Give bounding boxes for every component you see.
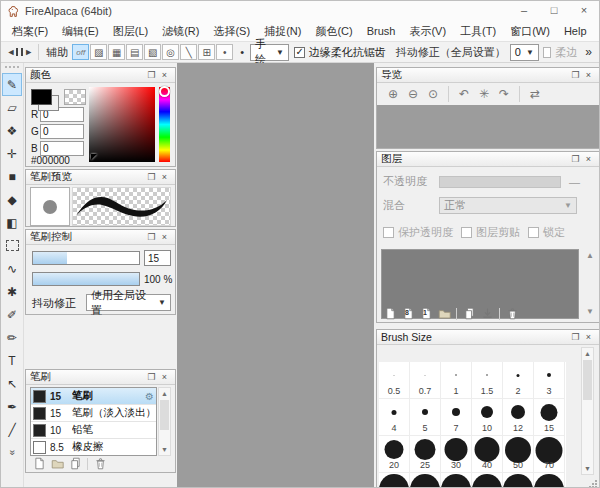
rotate-right-button[interactable]: ↷ bbox=[494, 85, 514, 103]
brush-size-cell[interactable]: 20 bbox=[379, 436, 410, 473]
brush-size-cell[interactable]: 3 bbox=[534, 362, 565, 399]
close-panel-icon[interactable]: × bbox=[158, 231, 171, 244]
navigator-preview[interactable] bbox=[377, 105, 599, 148]
brush-size-cell[interactable]: 10 bbox=[472, 399, 503, 436]
scrollbar-thumb[interactable] bbox=[160, 400, 169, 430]
stabilizer-mode-select[interactable]: 使用全局设置▼ bbox=[86, 294, 171, 311]
dot-pen-tool[interactable]: ❖ bbox=[2, 119, 22, 142]
foreground-color-swatch[interactable] bbox=[31, 89, 52, 105]
eraser-tool[interactable]: ▱ bbox=[2, 96, 22, 119]
layer-opacity-slider[interactable] bbox=[439, 176, 561, 188]
assist-curve-button[interactable]: ╲ bbox=[180, 44, 197, 60]
merge-down-layer-button[interactable] bbox=[478, 306, 496, 321]
pen-tool[interactable]: ✎ bbox=[2, 73, 22, 96]
new-layer-folder-button[interactable] bbox=[435, 306, 453, 321]
brush-size-cell[interactable]: 7 bbox=[441, 399, 472, 436]
brush-size-cell[interactable]: 0.7 bbox=[410, 362, 441, 399]
brush-size-cell[interactable]: 25 bbox=[410, 436, 441, 473]
float-panel-icon[interactable]: ❐ bbox=[145, 69, 158, 82]
blend-mode-select[interactable]: 正常▼ bbox=[439, 197, 577, 214]
assist-horizontal-button[interactable]: ▤ bbox=[126, 44, 143, 60]
brush-size-cell[interactable] bbox=[441, 473, 472, 488]
assist-grid-button[interactable]: ▦ bbox=[108, 44, 125, 60]
menu-item-3[interactable]: 滤镜(R) bbox=[155, 21, 206, 41]
float-panel-icon[interactable]: ❐ bbox=[569, 153, 582, 166]
brush-size-cell[interactable] bbox=[379, 473, 410, 488]
canvas-area[interactable] bbox=[177, 63, 374, 488]
move-tool[interactable]: ✛ bbox=[2, 142, 22, 165]
rotate-reset-button[interactable]: ✳ bbox=[474, 85, 494, 103]
pen2-tool[interactable]: ✒ bbox=[2, 395, 22, 418]
scroll-down-icon[interactable]: ▼ bbox=[582, 463, 593, 474]
assist-off-button[interactable]: off bbox=[72, 44, 89, 60]
assist-perspective-button[interactable]: ⊞ bbox=[198, 44, 215, 60]
menu-item-6[interactable]: 颜色(C) bbox=[308, 21, 359, 41]
duplicate-layer-button[interactable] bbox=[460, 306, 478, 321]
assist-parallel-button[interactable]: ▨ bbox=[90, 44, 107, 60]
brush-size-cell[interactable] bbox=[534, 473, 565, 488]
scroll-up-icon[interactable]: ▲ bbox=[586, 251, 594, 260]
operation-tool[interactable]: ↖ bbox=[2, 372, 22, 395]
assist-dot-button[interactable]: • bbox=[216, 44, 233, 60]
gear-icon[interactable]: ⚙ bbox=[145, 391, 154, 402]
shape-brush-tool[interactable]: ■ bbox=[2, 165, 22, 188]
resize-grip[interactable] bbox=[589, 480, 597, 488]
scroll-up-icon[interactable]: ▲ bbox=[582, 348, 593, 359]
brush-list-scrollbar[interactable]: ▲ ▼ bbox=[158, 387, 171, 456]
float-panel-icon[interactable]: ❐ bbox=[145, 371, 158, 384]
close-panel-icon[interactable]: × bbox=[158, 69, 171, 82]
bucket-tool[interactable]: ◆ bbox=[2, 188, 22, 211]
add-brush-button[interactable] bbox=[30, 456, 48, 471]
scroll-down-icon[interactable]: ▼ bbox=[159, 444, 170, 455]
menu-item-8[interactable]: 表示(V) bbox=[402, 21, 453, 41]
brush-size-cell[interactable]: 40 bbox=[472, 436, 503, 473]
lock-checkbox[interactable] bbox=[528, 227, 539, 238]
float-panel-icon[interactable]: ❐ bbox=[145, 171, 158, 184]
select-rect-tool[interactable] bbox=[2, 234, 22, 257]
new-1bit-layer-button[interactable]: 1 bbox=[417, 306, 435, 321]
menu-item-10[interactable]: 窗口(W) bbox=[503, 21, 557, 41]
hue-bar[interactable] bbox=[159, 87, 170, 162]
zoom-out-button[interactable]: ⊖ bbox=[403, 85, 423, 103]
brush-size-cell[interactable]: 2 bbox=[503, 362, 534, 399]
brush-size-cell[interactable] bbox=[472, 473, 503, 488]
close-panel-icon[interactable]: × bbox=[582, 331, 595, 344]
soft-edge-checkbox[interactable] bbox=[543, 47, 551, 58]
protect-alpha-checkbox[interactable] bbox=[383, 227, 394, 238]
brush-size-slider[interactable] bbox=[32, 251, 140, 265]
delete-layer-button[interactable] bbox=[503, 306, 521, 321]
brush-size-scrollbar[interactable]: ▲ ▼ bbox=[581, 347, 594, 475]
transparent-color-swatch[interactable] bbox=[64, 89, 86, 105]
close-panel-icon[interactable]: × bbox=[158, 171, 171, 184]
prev-button[interactable]: ◄ bbox=[6, 44, 20, 61]
antialias-checkbox[interactable]: ✓ bbox=[294, 47, 304, 58]
brush-size-cell[interactable]: 30 bbox=[441, 436, 472, 473]
brush-size-cell[interactable]: 12 bbox=[503, 399, 534, 436]
scrollbar-thumb[interactable] bbox=[583, 360, 592, 400]
menu-item-4[interactable]: 选择(S) bbox=[206, 21, 257, 41]
brush-size-cell[interactable]: 50 bbox=[503, 436, 534, 473]
menu-item-11[interactable]: Help bbox=[557, 21, 594, 41]
draw-mode-select[interactable]: 手绘▼ bbox=[250, 44, 289, 61]
saturation-value-picker[interactable] bbox=[89, 87, 155, 162]
maximize-button[interactable]: □ bbox=[539, 1, 569, 21]
toolbar-drag-handle[interactable] bbox=[5, 66, 19, 71]
brush-opacity-slider[interactable] bbox=[32, 272, 140, 286]
select-pen-tool[interactable]: ✐ bbox=[2, 303, 22, 326]
assist-concentric-button[interactable]: ◎ bbox=[162, 44, 179, 60]
brush-size-cell[interactable]: 4 bbox=[379, 399, 410, 436]
toolbar-overflow-button[interactable]: » bbox=[585, 45, 599, 59]
new-layer-button[interactable] bbox=[381, 306, 399, 321]
clipping-checkbox[interactable] bbox=[461, 227, 472, 238]
lasso-tool[interactable]: ∿ bbox=[2, 257, 22, 280]
text-tool[interactable]: T bbox=[2, 349, 22, 372]
float-panel-icon[interactable]: ❐ bbox=[569, 331, 582, 344]
brush-size-cell[interactable]: 1.5 bbox=[472, 362, 503, 399]
brush-size-value[interactable]: 15 bbox=[144, 250, 171, 266]
menu-item-9[interactable]: 工具(T) bbox=[453, 21, 503, 41]
brush-list-item[interactable]: 10铅笔 bbox=[31, 422, 156, 439]
magic-wand-tool[interactable]: ✱ bbox=[2, 280, 22, 303]
zoom-in-button[interactable]: ⊕ bbox=[383, 85, 403, 103]
brush-size-cell[interactable]: 15 bbox=[534, 399, 565, 436]
duplicate-brush-button[interactable] bbox=[66, 456, 84, 471]
